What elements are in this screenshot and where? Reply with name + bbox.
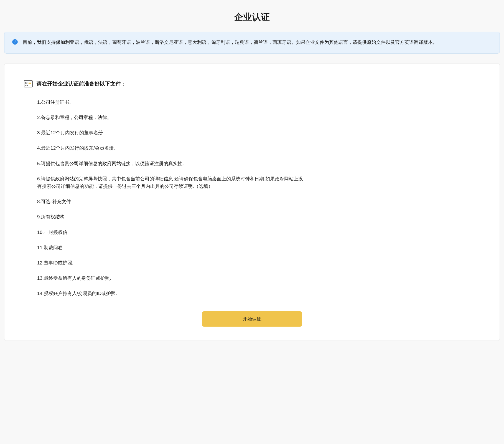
- list-item: 8.可选-补充文件: [37, 198, 303, 205]
- info-banner-text: 目前，我们支持保加利亚语，俄语，法语，葡萄牙语，波兰语，斯洛文尼亚语，意大利语，…: [23, 39, 437, 47]
- start-verification-button[interactable]: 开始认证: [202, 311, 302, 327]
- id-card-icon: [24, 80, 33, 87]
- list-item: 10.一封授权信: [37, 229, 303, 236]
- list-item: 6.请提供政府网站的完整屏幕快照，其中包含当前公司的详细信息.还请确保包含电脑桌…: [37, 175, 303, 190]
- list-item: 1.公司注册证书.: [37, 99, 303, 106]
- svg-point-1: [26, 82, 27, 84]
- list-item: 14.授权账户持有人/交易员的ID或护照.: [37, 290, 303, 297]
- list-item: 3.最近12个月内发行的董事名册.: [37, 129, 303, 137]
- list-item: 11.制裁问卷: [37, 244, 303, 251]
- list-item: 9.所有权结构: [37, 213, 303, 221]
- list-item: 5.请提供包含贵公司详细信息的政府网站链接，以便验证注册的真实性.: [37, 160, 303, 167]
- verification-card: 请在开始企业认证前准备好以下文件： 1.公司注册证书. 2.备忘录和章程，公司章…: [4, 63, 500, 341]
- document-list: 1.公司注册证书. 2.备忘录和章程，公司章程，法律。 3.最近12个月内发行的…: [24, 99, 480, 297]
- page-title: 企业认证: [4, 11, 500, 23]
- section-title: 请在开始企业认证前准备好以下文件：: [37, 80, 126, 87]
- info-banner: i 目前，我们支持保加利亚语，俄语，法语，葡萄牙语，波兰语，斯洛文尼亚语，意大利…: [4, 32, 500, 54]
- list-item: 12.董事ID或护照.: [37, 259, 303, 267]
- list-item: 13.最终受益所有人的身份证或护照.: [37, 274, 303, 282]
- list-item: 4.最近12个月内发行的股东/会员名册.: [37, 144, 303, 152]
- card-header: 请在开始企业认证前准备好以下文件：: [24, 80, 480, 87]
- list-item: 2.备忘录和章程，公司章程，法律。: [37, 114, 303, 121]
- info-icon: i: [12, 39, 18, 45]
